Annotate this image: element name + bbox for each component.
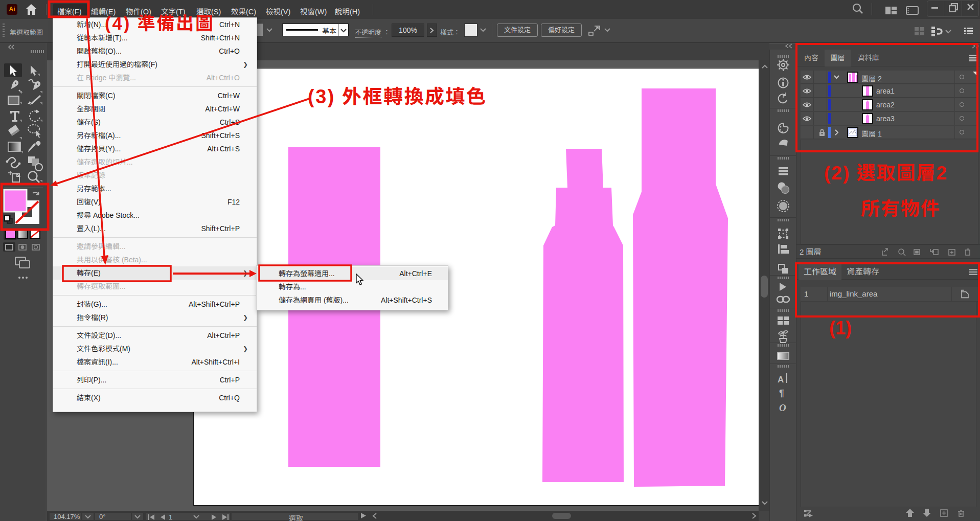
svg-text:O: O [779, 402, 786, 413]
svg-text:¶: ¶ [779, 388, 784, 398]
svg-text:A: A [778, 375, 784, 384]
